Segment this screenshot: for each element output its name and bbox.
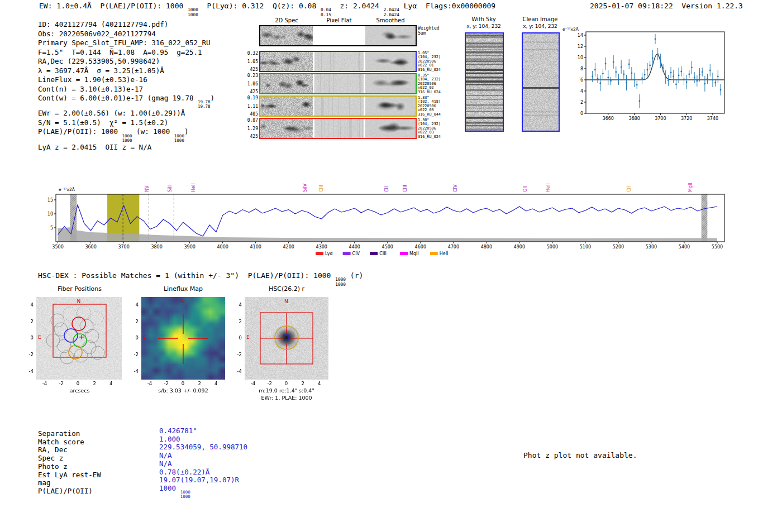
data-point xyxy=(655,39,656,40)
axis-tick-label: -2 xyxy=(232,352,242,357)
data-point xyxy=(649,65,651,66)
data-point xyxy=(670,72,672,74)
data-point xyxy=(639,100,641,102)
line-fit-plot: 0246810121436603680370037203740e⁻¹⁷x2Å xyxy=(560,25,728,134)
data-point xyxy=(696,80,698,82)
stacked-fraction: 19.7819.78 xyxy=(198,100,211,109)
axis-tick-label: 0 xyxy=(178,381,187,386)
compass-east-label: E xyxy=(38,334,41,340)
masked-band-hatch xyxy=(702,194,708,242)
match-table-value: N/A xyxy=(159,451,172,459)
stacked-fraction: 0.040.15 xyxy=(321,8,331,17)
pixelflat-cutout xyxy=(314,74,364,93)
smoothed-cutout xyxy=(365,52,416,71)
data-point xyxy=(605,63,607,65)
data-point xyxy=(621,66,622,68)
y-tick-label: 12 xyxy=(578,44,583,49)
axis-tick-label: -4 xyxy=(232,368,242,374)
match-table-value: 1000 10001000 xyxy=(159,484,190,499)
row-right-label: 316_RU_044 xyxy=(418,113,454,117)
text-segment: Lyα Flags:0x00000009 xyxy=(399,2,495,10)
text-segment: 0.78(±0.22)Å xyxy=(159,468,209,476)
axis-tick-label: 2 xyxy=(90,381,99,386)
lineflux-caption: s/b: 3.03 +/- 0.092 xyxy=(141,387,225,394)
y-tick-label: 0 xyxy=(580,111,583,116)
legend-swatch xyxy=(370,252,378,255)
data-point xyxy=(618,79,619,80)
match-table-label: Photo z xyxy=(38,462,68,471)
axis-tick-label: 0 xyxy=(73,381,82,386)
legend-label: CIII xyxy=(379,251,387,256)
legend-label: Lyα xyxy=(325,251,333,256)
data-point xyxy=(599,83,601,84)
row-left-value: 0.19 xyxy=(244,95,258,100)
text-segment: 19.07(19.07,19.07)R xyxy=(159,476,239,484)
legend-swatch xyxy=(316,252,323,255)
axis-tick-label: 4 xyxy=(315,381,324,386)
data-point xyxy=(633,79,635,81)
data-point xyxy=(628,64,630,65)
clean-image-title: Clean Image xyxy=(512,16,568,22)
text-segment: N/A xyxy=(159,451,172,459)
elixer-report-page: EW: 1.0±0.4Å P(LAE)/P(OII): 1000 1000100… xyxy=(0,0,782,532)
text-segment: 1000 xyxy=(159,484,180,492)
x-tick-label: 3680 xyxy=(628,116,640,121)
text-segment: ) xyxy=(184,127,189,136)
info-line: Primary Spec_Slot_IFU_AMP: 316_022_052_R… xyxy=(38,39,214,48)
axis-tick-label: 0 xyxy=(128,335,139,341)
x-tick-label: 3740 xyxy=(707,116,718,121)
row-left-values: 0.231.06425 xyxy=(244,73,258,94)
pixelflat-cutout xyxy=(314,52,364,71)
data-point xyxy=(702,71,703,73)
compass-north-label: N xyxy=(77,299,81,304)
stacked-fraction: 2.04242.0424 xyxy=(384,8,399,17)
hsc-caption-2: EWr: 1. PLAE: 1000 xyxy=(245,395,328,401)
text-segment: HSC-DEX : Possible Matches = 1 (within +… xyxy=(38,271,335,280)
text-segment: (r) xyxy=(346,271,363,280)
text-segment: Primary Spec_Slot_IFU_AMP: 316_022_052_R… xyxy=(38,39,211,47)
axis-tick-label: -2 xyxy=(265,381,274,386)
x-tick-label: 5000 xyxy=(547,245,558,250)
x-tick-label: 4100 xyxy=(250,245,261,250)
row-right-label: 316_RU_024 xyxy=(418,90,454,94)
data-point xyxy=(707,78,708,80)
row-left-value: 425 xyxy=(244,67,258,72)
row-left-value: 1.06 xyxy=(244,82,258,87)
smoothed-cutout xyxy=(365,74,416,93)
axis-tick-label: 4 xyxy=(128,302,139,308)
axis-tick-label: 4 xyxy=(23,302,34,308)
x-tick-label: 3900 xyxy=(184,245,195,250)
data-point xyxy=(615,71,617,73)
x-tick-label: 4500 xyxy=(382,245,393,250)
data-point xyxy=(660,60,661,62)
legend-label: MgII xyxy=(409,251,419,256)
row-right-labels: 1.05"(104, 232)20220506v022_01316_RU_024 xyxy=(418,51,454,72)
error-floor-area xyxy=(58,227,718,242)
row-right-labels: 1.33"(102, 418)20220506v022_03316_RU_044 xyxy=(418,96,454,117)
smoothed-cutout xyxy=(365,119,416,138)
data-point xyxy=(647,69,649,71)
axis-tick-label: -4 xyxy=(40,381,49,386)
x-tick-label: 3720 xyxy=(681,116,692,121)
spec2d-cutout xyxy=(260,26,313,45)
axis-tick-label: 2 xyxy=(232,319,242,324)
emission-line-label: SiIV xyxy=(303,183,308,192)
data-point xyxy=(652,57,654,59)
text-segment: (w: 1000 xyxy=(132,127,174,136)
data-point xyxy=(704,83,706,85)
legend-swatch xyxy=(430,252,438,255)
smoothed-cutout xyxy=(365,26,416,45)
match-table-label: Separation xyxy=(38,429,80,438)
spec2d-cutout xyxy=(260,119,313,138)
text-segment: Cont(n) = 3.10(±0.13)e-17 xyxy=(38,85,143,93)
text-segment: 229.534059, 50.998710 xyxy=(159,443,247,451)
data-point xyxy=(688,74,690,75)
data-point xyxy=(686,82,688,83)
emission-line-label: CIII xyxy=(403,185,408,192)
x-tick-label: 3700 xyxy=(655,116,666,121)
compass-north-label: N xyxy=(284,299,288,304)
x-tick-label: 5200 xyxy=(613,245,624,250)
stacked-fraction: 10001000 xyxy=(180,490,190,499)
row-left-value: 1.29 xyxy=(244,126,258,131)
data-point xyxy=(644,74,646,76)
